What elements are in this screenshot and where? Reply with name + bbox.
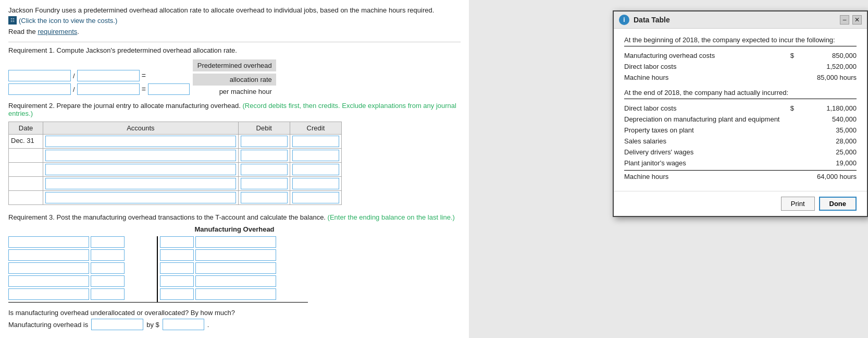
journal-date-2 [9,149,43,163]
t-right-narrow-2[interactable] [160,249,194,261]
click-icon-text: (Click the icon to view the costs.) [19,17,117,25]
journal-debit-input-1[interactable] [241,136,288,147]
overhead-row-1: / = [8,70,190,81]
data-row-s2-5: Plant janitor's wages 19,000 [624,159,857,167]
popup-title: Data Table [634,16,670,24]
grid-icon[interactable]: ☷ [8,16,17,25]
t-left-narrow-5[interactable] [91,288,125,300]
col-date: Date [9,122,43,135]
t-left-narrow-1[interactable] [91,236,125,248]
journal-credit-input-2[interactable] [292,150,339,161]
col-credit: Credit [290,122,341,135]
journal-account-input-3[interactable] [45,164,236,175]
right-area: i Data Table – ✕ At the beginning of 201… [469,0,868,338]
t-left-wide-5[interactable] [8,288,89,300]
journal-account-input-4[interactable] [45,178,236,189]
journal-debit-input-5[interactable] [241,192,288,203]
dollar-amount-input[interactable] [163,319,204,330]
journal-credit-4 [290,177,341,191]
journal-debit-5 [238,191,290,205]
journal-date: Dec. 31 [9,135,43,149]
data-row-s2-6: Machine hours 64,000 hours [624,170,857,180]
popup-body: At the beginning of 2018, the company ex… [614,29,867,191]
journal-credit-5 [290,191,341,205]
overhead-label1: Predetermined overhead [193,59,276,71]
journal-accounts-2 [43,149,239,163]
overhead-label2: allocation rate [193,74,276,86]
journal-debit-4 [238,177,290,191]
journal-date-4 [9,177,43,191]
t-right-wide-2[interactable] [195,249,276,261]
journal-debit-1 [238,135,290,149]
t-row-r2 [160,249,307,261]
t-left-wide-2[interactable] [8,249,89,261]
journal-accounts-5 [43,191,239,205]
t-account-container [8,236,308,303]
overhead-denominator-input[interactable] [77,70,140,81]
journal-debit-input-2[interactable] [241,150,288,161]
journal-row-1: Dec. 31 [9,135,342,149]
t-right-wide-5[interactable] [195,288,276,300]
t-right-narrow-5[interactable] [160,288,194,300]
t-row-r3 [160,262,307,274]
t-left-narrow-4[interactable] [91,275,125,287]
t-left-narrow-3[interactable] [91,262,125,274]
t-left-narrow-2[interactable] [91,249,125,261]
journal-credit-input-4[interactable] [292,178,339,189]
overhead-numerator2-input[interactable] [8,83,71,95]
data-row-s2-3: Sales salaries 28,000 [624,137,857,145]
data-row-s2-1: Depreciation on manufacturing plant and … [624,115,857,123]
req2-section: Requirement 2. Prepare the journal entry… [8,102,461,205]
section1-title: At the beginning of 2018, the company ex… [624,36,857,46]
journal-row-3 [9,163,342,177]
overhead-denominator2-input[interactable] [77,83,140,95]
journal-account-input-1[interactable] [45,136,236,147]
done-button[interactable]: Done [819,197,857,211]
t-right-wide-1[interactable] [195,236,276,248]
t-right-narrow-3[interactable] [160,262,194,274]
manufacturing-overhead-label: Manufacturing overhead is [8,321,88,329]
click-icon-row: ☷ (Click the icon to view the costs.) [8,16,461,25]
journal-account-input-2[interactable] [45,150,236,161]
journal-debit-2 [238,149,290,163]
t-account-title: Manufacturing Overhead [8,225,461,233]
journal-credit-input-5[interactable] [292,192,339,203]
data-row-s1-1: Direct labor costs 1,520,000 [624,63,857,70]
req2-title: Requirement 2. Prepare the journal entry… [8,102,461,117]
close-button[interactable]: ✕ [852,15,862,25]
under-over-question: Is manufacturing overhead underallocated… [8,309,461,317]
t-right-narrow-4[interactable] [160,275,194,287]
minimize-button[interactable]: – [840,15,849,25]
req3-title: Requirement 3. Post the manufacturing ov… [8,213,461,221]
left-panel: Jackson Foundry uses a predetermined ove… [0,0,469,338]
t-right-wide-4[interactable] [195,275,276,287]
overhead-result-input[interactable] [148,83,190,95]
print-button[interactable]: Print [781,197,815,211]
info-icon: i [619,15,629,25]
overhead-numerator-input[interactable] [8,70,71,81]
journal-debit-3 [238,163,290,177]
journal-account-input-5[interactable] [45,192,236,203]
popup-header: i Data Table – ✕ [614,11,867,29]
t-row-l4 [8,275,155,287]
t-right-wide-3[interactable] [195,262,276,274]
t-left-wide-3[interactable] [8,262,89,274]
data-row-s2-2: Property taxes on plant 35,000 [624,126,857,134]
journal-date-3 [9,163,43,177]
requirements-link[interactable]: requirements [38,28,77,35]
journal-row-5 [9,191,342,205]
t-left-wide-1[interactable] [8,236,89,248]
t-row-r5 [160,288,307,300]
journal-credit-input-1[interactable] [292,136,339,147]
t-right-narrow-1[interactable] [160,236,194,248]
under-over-section: Is manufacturing overhead underallocated… [8,309,461,330]
journal-credit-input-3[interactable] [292,164,339,175]
journal-debit-input-3[interactable] [241,164,288,175]
journal-debit-input-4[interactable] [241,178,288,189]
period: . [207,321,209,329]
under-over-input[interactable] [91,319,143,330]
journal-accounts-4 [43,177,239,191]
divider-1 [8,42,461,42]
col-accounts: Accounts [43,122,239,135]
t-left-wide-4[interactable] [8,275,89,287]
